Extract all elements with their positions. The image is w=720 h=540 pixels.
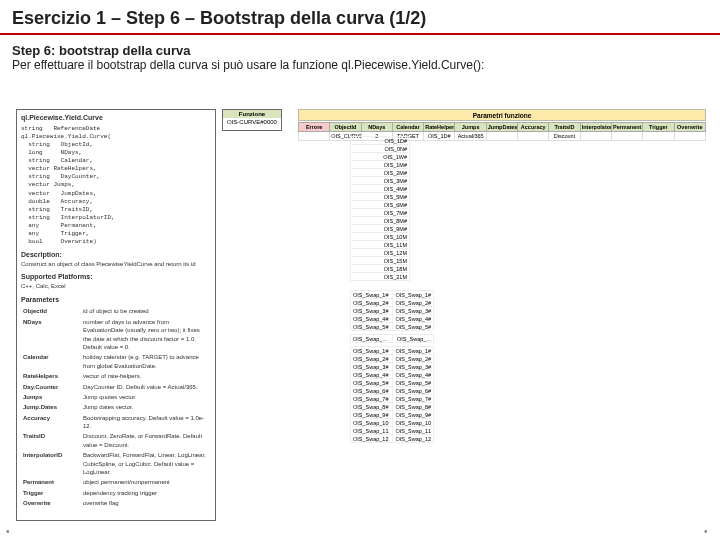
- function-box-value: OIS-CURVE#0000: [223, 118, 281, 126]
- swaps-column: OIS_Swap_1#OIS_Swap_1#OIS_Swap_2#OIS_Swa…: [350, 290, 434, 443]
- doc-signature: string ReferenceDateql.Piecewise.Yield.C…: [21, 125, 211, 246]
- corner-dot-right: •: [704, 526, 714, 536]
- slide-title: Esercizio 1 – Step 6 – Bootstrap della c…: [0, 0, 720, 35]
- function-box: Funzione OIS-CURVE#0000: [222, 109, 282, 131]
- rates-column: OIS_1D#OIS_0N#OIS_1W#OIS_1M#OIS_2M#OIS_3…: [350, 136, 410, 281]
- slide-bodytext: Per effettuare il bootstrap della curva …: [0, 58, 720, 78]
- platforms-label: Supported Platforms:: [21, 272, 211, 282]
- params-label: Parameters: [21, 295, 211, 305]
- doc-header: ql.Piecewise.Yield.Curve: [21, 113, 211, 123]
- desc-label: Description:: [21, 250, 211, 260]
- params-table: ObjectIdid of object to be createdNDaysn…: [21, 306, 211, 508]
- corner-dot-left: •: [6, 526, 16, 536]
- slide-subtitle: Step 6: bootstrap della curva: [0, 35, 720, 58]
- desc-text: Construct an object of class PiecewiseYi…: [21, 260, 211, 268]
- platforms-text: C++, Calc, Excel: [21, 282, 211, 290]
- doc-panel: ql.Piecewise.Yield.Curve string Referenc…: [16, 109, 216, 521]
- function-box-header: Funzione: [223, 110, 281, 118]
- params-band: Parametri funzione: [298, 109, 706, 121]
